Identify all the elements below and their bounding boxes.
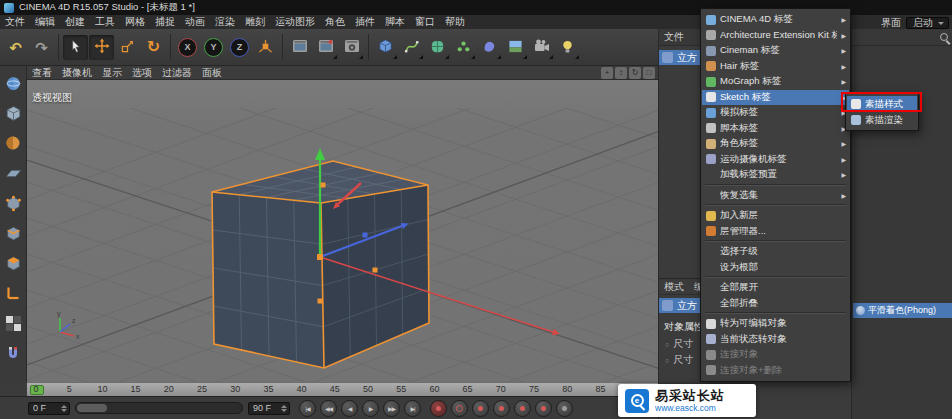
edges-mode-button[interactable]: [2, 223, 24, 245]
play-button[interactable]: ▶: [362, 400, 379, 417]
phong-shading-row[interactable]: 平滑着色(Phong): [853, 303, 952, 318]
viewport-menu-item[interactable]: 选项: [127, 66, 157, 80]
record-pla-toggle[interactable]: [556, 400, 573, 417]
menubar-item[interactable]: 帮助: [440, 15, 470, 29]
context-menu-item[interactable]: 层管理器...: [702, 224, 849, 240]
context-menu-item[interactable]: 全部展开: [702, 280, 849, 296]
end-frame-field[interactable]: 90 F: [248, 402, 290, 415]
layout-select[interactable]: 启动: [906, 17, 949, 29]
scene-container[interactable]: xyz: [27, 80, 658, 382]
autokey-button[interactable]: [451, 400, 468, 417]
context-menu-item[interactable]: 选择子级: [702, 244, 849, 260]
points-mode-button[interactable]: [2, 193, 24, 215]
menubar-item[interactable]: 渲染: [210, 15, 240, 29]
spinner-up-icon[interactable]: [61, 405, 67, 408]
scrollbar-handle[interactable]: [77, 404, 107, 412]
scale-tool-button[interactable]: [115, 35, 140, 60]
prev-frame-button[interactable]: ◀: [341, 400, 358, 417]
goto-end-button[interactable]: ▶|: [404, 400, 421, 417]
render-picture-viewer-button[interactable]: [313, 35, 338, 60]
context-menu-item[interactable]: 加载标签预置▶: [702, 167, 849, 183]
pan-view-icon[interactable]: +: [601, 67, 613, 79]
context-menu-item[interactable]: 恢复选集▶: [702, 188, 849, 204]
polygons-mode-button[interactable]: [2, 253, 24, 275]
add-camera-button[interactable]: [529, 35, 554, 60]
context-menu-item[interactable]: 脚本标签▶: [702, 121, 849, 137]
context-menu-item[interactable]: 连接对象+删除: [702, 363, 849, 379]
viewport-solo-button[interactable]: [2, 313, 24, 335]
prev-key-button[interactable]: ◀◀: [320, 400, 337, 417]
context-menu-item[interactable]: Cineman 标签▶: [702, 43, 849, 59]
menubar-item[interactable]: 文件: [0, 15, 30, 29]
context-menu-item[interactable]: 模拟标签▶: [702, 105, 849, 121]
lock-y-axis-button[interactable]: Y: [201, 35, 226, 60]
make-editable-button[interactable]: [2, 73, 24, 95]
context-menu-item[interactable]: MoGraph 标签▶: [702, 74, 849, 90]
am-mode-menu[interactable]: 模式: [664, 280, 684, 294]
texture-mode-button[interactable]: [2, 133, 24, 155]
record-scale-toggle[interactable]: [493, 400, 510, 417]
context-menu-item[interactable]: 运动摄像机标签▶: [702, 152, 849, 168]
context-menu-item[interactable]: Architecture Extension Kit 标签▶: [702, 28, 849, 44]
spinner-down-icon[interactable]: [281, 409, 287, 412]
next-frame-button[interactable]: ▶▶: [383, 400, 400, 417]
zoom-view-icon[interactable]: ↕: [615, 67, 627, 79]
context-menu-item[interactable]: 设为根部: [702, 260, 849, 276]
redo-button[interactable]: ↷: [29, 35, 54, 60]
viewport-menu-item[interactable]: 摄像机: [57, 66, 97, 80]
start-frame-field[interactable]: 0 F: [28, 402, 70, 415]
viewport[interactable]: 查看摄像机显示选项过滤器面板 +↕↻□ xyz 透视视图: [27, 66, 658, 382]
context-menu-item[interactable]: Hair 标签▶: [702, 59, 849, 75]
rotate-tool-button[interactable]: ↻: [141, 35, 166, 60]
context-menu-item[interactable]: 连接对象: [702, 347, 849, 363]
model-mode-button[interactable]: [2, 103, 24, 125]
menubar-item[interactable]: 工具: [90, 15, 120, 29]
menubar-item[interactable]: 运动图形: [270, 15, 320, 29]
menubar-item[interactable]: 雕刻: [240, 15, 270, 29]
timeline-scrollbar[interactable]: [75, 402, 243, 414]
spinner-up-icon[interactable]: [281, 405, 287, 408]
menubar-item[interactable]: 插件: [350, 15, 380, 29]
viewport-menu-item[interactable]: 显示: [97, 66, 127, 80]
goto-start-button[interactable]: |◀: [299, 400, 316, 417]
menubar-item[interactable]: 网格: [120, 15, 150, 29]
sketch-style-item[interactable]: 素描样式: [847, 96, 917, 112]
add-spline-button[interactable]: [399, 35, 424, 60]
menubar-item[interactable]: 窗口: [410, 15, 440, 29]
menubar-item[interactable]: 编辑: [30, 15, 60, 29]
record-parameter-toggle[interactable]: [535, 400, 552, 417]
context-menu-item[interactable]: 全部折叠: [702, 296, 849, 312]
rotate-view-icon[interactable]: ↻: [629, 67, 641, 79]
toggle-view-icon[interactable]: □: [643, 67, 655, 79]
context-menu-item[interactable]: 加入新层: [702, 208, 849, 224]
coordinate-system-button[interactable]: [253, 35, 278, 60]
menubar-item[interactable]: 捕捉: [150, 15, 180, 29]
menubar-item[interactable]: 动画: [180, 15, 210, 29]
context-menu-item[interactable]: Sketch 标签▶: [702, 90, 849, 106]
add-light-button[interactable]: [555, 35, 580, 60]
record-position-toggle[interactable]: [472, 400, 489, 417]
add-generator-button[interactable]: [425, 35, 450, 60]
enable-snap-button[interactable]: [2, 343, 24, 365]
render-view-button[interactable]: [287, 35, 312, 60]
context-menu-item[interactable]: 角色标签▶: [702, 136, 849, 152]
record-keyframe-button[interactable]: [430, 400, 447, 417]
viewport-menu-item[interactable]: 过滤器: [157, 66, 197, 80]
context-menu-item[interactable]: CINEMA 4D 标签▶: [702, 12, 849, 28]
sketch-render-item[interactable]: 素描渲染: [847, 112, 917, 128]
enable-axis-button[interactable]: [2, 283, 24, 305]
add-deformer-button[interactable]: [477, 35, 502, 60]
menubar-item[interactable]: 创建: [60, 15, 90, 29]
workplane-mode-button[interactable]: [2, 163, 24, 185]
add-environment-button[interactable]: [503, 35, 528, 60]
viewport-menu-item[interactable]: 查看: [27, 66, 57, 80]
move-tool-button[interactable]: [89, 35, 114, 60]
timeline-ruler[interactable]: 051015202530354045505560657075808590: [27, 382, 658, 396]
add-primitive-button[interactable]: [373, 35, 398, 60]
spinner-down-icon[interactable]: [61, 409, 67, 412]
record-rotation-toggle[interactable]: [514, 400, 531, 417]
lock-x-axis-button[interactable]: X: [175, 35, 200, 60]
search-icon[interactable]: [940, 33, 948, 41]
viewport-scene[interactable]: xyz: [27, 80, 658, 382]
live-selection-button[interactable]: [63, 35, 88, 60]
